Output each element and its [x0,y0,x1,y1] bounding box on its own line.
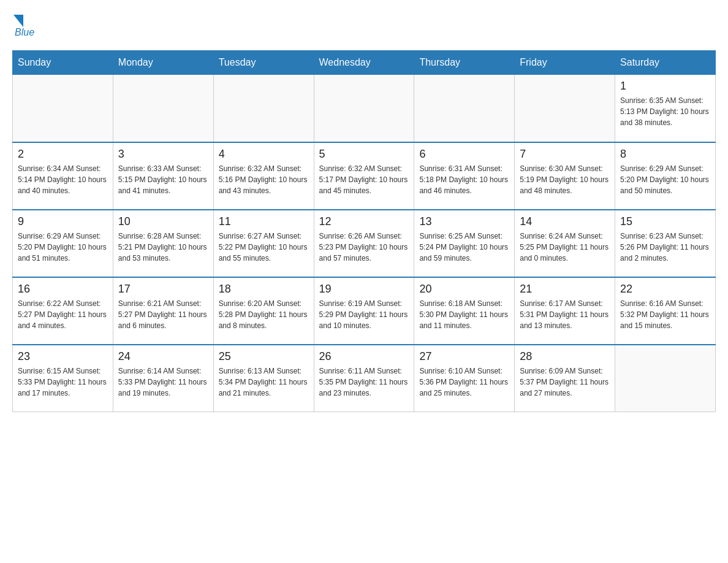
calendar-header: SundayMondayTuesdayWednesdayThursdayFrid… [13,51,716,75]
day-number: 24 [118,350,208,363]
calendar-cell: 1Sunrise: 6:35 AM Sunset: 5:13 PM Daylig… [615,75,716,142]
day-number: 5 [319,148,409,161]
day-number: 22 [620,283,710,296]
logo-arrow-icon [13,15,23,27]
calendar-cell: 17Sunrise: 6:21 AM Sunset: 5:27 PM Dayli… [113,277,213,345]
calendar-cell: 8Sunrise: 6:29 AM Sunset: 5:20 PM Daylig… [615,142,716,210]
logo-tagline: Blue [15,27,34,38]
day-number: 16 [18,283,108,296]
day-info: Sunrise: 6:21 AM Sunset: 5:27 PM Dayligh… [118,298,208,331]
day-info: Sunrise: 6:20 AM Sunset: 5:28 PM Dayligh… [219,298,309,331]
day-number: 7 [520,148,610,161]
day-info: Sunrise: 6:19 AM Sunset: 5:29 PM Dayligh… [319,298,409,331]
header-day-saturday: Saturday [615,51,716,75]
calendar-cell: 19Sunrise: 6:19 AM Sunset: 5:29 PM Dayli… [314,277,414,345]
day-info: Sunrise: 6:10 AM Sunset: 5:36 PM Dayligh… [419,366,509,399]
calendar-cell [314,75,414,142]
day-number: 18 [219,283,309,296]
calendar-week-5: 23Sunrise: 6:15 AM Sunset: 5:33 PM Dayli… [13,345,716,412]
day-info: Sunrise: 6:17 AM Sunset: 5:31 PM Dayligh… [520,298,610,331]
day-info: Sunrise: 6:32 AM Sunset: 5:16 PM Dayligh… [219,163,309,196]
calendar-cell: 11Sunrise: 6:27 AM Sunset: 5:22 PM Dayli… [213,210,314,277]
day-info: Sunrise: 6:30 AM Sunset: 5:19 PM Dayligh… [520,163,610,196]
day-info: Sunrise: 6:23 AM Sunset: 5:26 PM Dayligh… [620,231,710,264]
day-number: 6 [419,148,509,161]
calendar-week-1: 1Sunrise: 6:35 AM Sunset: 5:13 PM Daylig… [13,75,716,142]
calendar-cell: 5Sunrise: 6:32 AM Sunset: 5:17 PM Daylig… [314,142,414,210]
calendar-cell [213,75,314,142]
day-number: 8 [620,148,710,161]
day-number: 28 [520,350,610,363]
calendar-cell: 13Sunrise: 6:25 AM Sunset: 5:24 PM Dayli… [414,210,515,277]
day-number: 3 [118,148,208,161]
calendar-cell: 28Sunrise: 6:09 AM Sunset: 5:37 PM Dayli… [515,345,615,412]
day-number: 17 [118,283,208,296]
day-info: Sunrise: 6:31 AM Sunset: 5:18 PM Dayligh… [419,163,509,196]
day-number: 4 [219,148,309,161]
day-info: Sunrise: 6:29 AM Sunset: 5:20 PM Dayligh… [620,163,710,196]
calendar-cell: 2Sunrise: 6:34 AM Sunset: 5:14 PM Daylig… [13,142,113,210]
calendar-cell: 26Sunrise: 6:11 AM Sunset: 5:35 PM Dayli… [314,345,414,412]
header-day-monday: Monday [113,51,213,75]
header-day-thursday: Thursday [414,51,515,75]
day-number: 26 [319,350,409,363]
day-info: Sunrise: 6:27 AM Sunset: 5:22 PM Dayligh… [219,231,309,264]
header-day-friday: Friday [515,51,615,75]
calendar-cell: 24Sunrise: 6:14 AM Sunset: 5:33 PM Dayli… [113,345,213,412]
day-number: 23 [18,350,108,363]
day-number: 20 [419,283,509,296]
calendar-cell: 22Sunrise: 6:16 AM Sunset: 5:32 PM Dayli… [615,277,716,345]
day-info: Sunrise: 6:22 AM Sunset: 5:27 PM Dayligh… [18,298,108,331]
calendar-body: 1Sunrise: 6:35 AM Sunset: 5:13 PM Daylig… [13,75,716,412]
calendar-cell [414,75,515,142]
calendar-cell: 4Sunrise: 6:32 AM Sunset: 5:16 PM Daylig… [213,142,314,210]
day-info: Sunrise: 6:25 AM Sunset: 5:24 PM Dayligh… [419,231,509,264]
day-info: Sunrise: 6:15 AM Sunset: 5:33 PM Dayligh… [18,366,108,399]
day-number: 14 [520,215,610,228]
calendar-cell: 21Sunrise: 6:17 AM Sunset: 5:31 PM Dayli… [515,277,615,345]
header-row: SundayMondayTuesdayWednesdayThursdayFrid… [13,51,716,75]
calendar-cell [13,75,113,142]
calendar-cell: 18Sunrise: 6:20 AM Sunset: 5:28 PM Dayli… [213,277,314,345]
day-number: 25 [219,350,309,363]
calendar-cell [615,345,716,412]
calendar-cell: 14Sunrise: 6:24 AM Sunset: 5:25 PM Dayli… [515,210,615,277]
day-info: Sunrise: 6:34 AM Sunset: 5:14 PM Dayligh… [18,163,108,196]
calendar-cell: 27Sunrise: 6:10 AM Sunset: 5:36 PM Dayli… [414,345,515,412]
calendar-week-2: 2Sunrise: 6:34 AM Sunset: 5:14 PM Daylig… [13,142,716,210]
day-info: Sunrise: 6:13 AM Sunset: 5:34 PM Dayligh… [219,366,309,399]
day-info: Sunrise: 6:14 AM Sunset: 5:33 PM Dayligh… [118,366,208,399]
day-info: Sunrise: 6:16 AM Sunset: 5:32 PM Dayligh… [620,298,710,331]
day-number: 2 [18,148,108,161]
day-number: 10 [118,215,208,228]
calendar-cell [515,75,615,142]
calendar-cell: 15Sunrise: 6:23 AM Sunset: 5:26 PM Dayli… [615,210,716,277]
day-number: 9 [18,215,108,228]
day-number: 11 [219,215,309,228]
day-number: 13 [419,215,509,228]
day-info: Sunrise: 6:35 AM Sunset: 5:13 PM Dayligh… [620,95,710,128]
day-info: Sunrise: 6:11 AM Sunset: 5:35 PM Dayligh… [319,366,409,399]
calendar-cell: 20Sunrise: 6:18 AM Sunset: 5:30 PM Dayli… [414,277,515,345]
header-day-sunday: Sunday [13,51,113,75]
calendar-week-3: 9Sunrise: 6:29 AM Sunset: 5:20 PM Daylig… [13,210,716,277]
calendar-cell: 23Sunrise: 6:15 AM Sunset: 5:33 PM Dayli… [13,345,113,412]
calendar-week-4: 16Sunrise: 6:22 AM Sunset: 5:27 PM Dayli… [13,277,716,345]
day-number: 19 [319,283,409,296]
header-day-tuesday: Tuesday [213,51,314,75]
day-info: Sunrise: 6:29 AM Sunset: 5:20 PM Dayligh… [18,231,108,264]
day-info: Sunrise: 6:33 AM Sunset: 5:15 PM Dayligh… [118,163,208,196]
calendar-cell: 10Sunrise: 6:28 AM Sunset: 5:21 PM Dayli… [113,210,213,277]
calendar-cell: 7Sunrise: 6:30 AM Sunset: 5:19 PM Daylig… [515,142,615,210]
calendar-cell: 3Sunrise: 6:33 AM Sunset: 5:15 PM Daylig… [113,142,213,210]
calendar-cell: 6Sunrise: 6:31 AM Sunset: 5:18 PM Daylig… [414,142,515,210]
calendar-cell: 12Sunrise: 6:26 AM Sunset: 5:23 PM Dayli… [314,210,414,277]
day-info: Sunrise: 6:18 AM Sunset: 5:30 PM Dayligh… [419,298,509,331]
calendar-cell: 16Sunrise: 6:22 AM Sunset: 5:27 PM Dayli… [13,277,113,345]
calendar-cell: 25Sunrise: 6:13 AM Sunset: 5:34 PM Dayli… [213,345,314,412]
day-number: 27 [419,350,509,363]
day-info: Sunrise: 6:09 AM Sunset: 5:37 PM Dayligh… [520,366,610,399]
page-header: Blue [12,12,716,38]
day-number: 21 [520,283,610,296]
day-info: Sunrise: 6:24 AM Sunset: 5:25 PM Dayligh… [520,231,610,264]
